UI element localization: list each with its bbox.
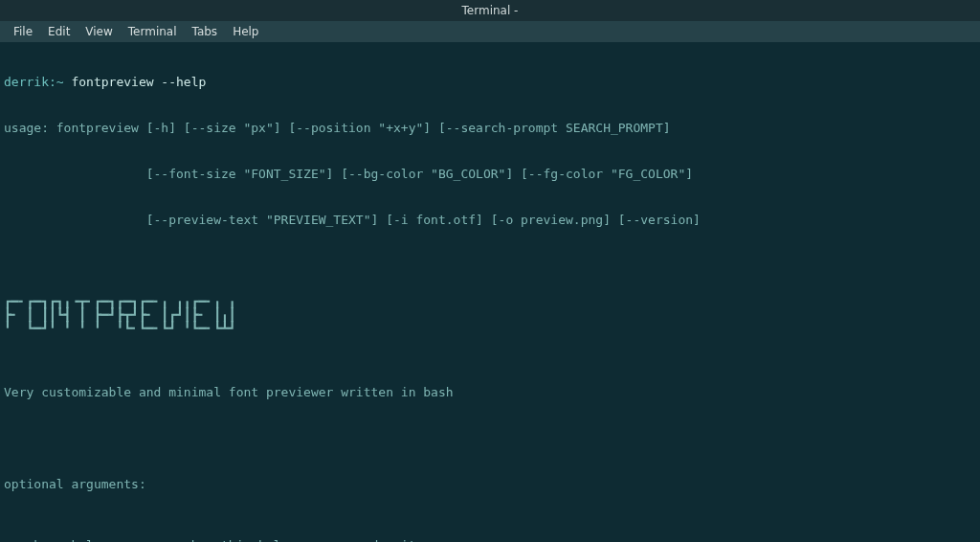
menu-edit[interactable]: Edit <box>40 21 78 42</box>
prompt-command: fontpreview --help <box>71 75 206 89</box>
prompt-tilde: ~ <box>56 75 64 89</box>
ascii-art-logo: ┏━╸┏━┓┏┓╻╺┳╸┏━┓┏━┓┏━╸╻ ╻╻┏━╸╻ ╻ ┣╸ ┃ ┃┃┗… <box>4 282 976 335</box>
window-titlebar: Terminal - <box>0 0 980 21</box>
options-header: optional arguments: <box>4 477 976 492</box>
prompt-host: derrik: <box>4 75 56 89</box>
menu-help[interactable]: Help <box>225 21 266 42</box>
menu-file[interactable]: File <box>6 21 40 42</box>
prompt-line-1: derrik:~ fontpreview --help <box>4 75 976 90</box>
menu-bar: File Edit View Terminal Tabs Help <box>0 21 980 42</box>
menu-view[interactable]: View <box>78 21 120 42</box>
menu-terminal[interactable]: Terminal <box>121 21 185 42</box>
window-title: Terminal - <box>462 4 519 17</box>
option-row: -h, --help show this help message and ex… <box>4 538 976 542</box>
usage-line-1: usage: fontpreview [-h] [--size "px"] [-… <box>4 121 976 136</box>
description: Very customizable and minimal font previ… <box>4 385 976 400</box>
terminal-output[interactable]: derrik:~ fontpreview --help usage: fontp… <box>0 42 980 542</box>
menu-tabs[interactable]: Tabs <box>185 21 226 42</box>
usage-line-2: [--font-size "FONT_SIZE"] [--bg-color "B… <box>4 167 976 182</box>
blank-1 <box>4 431 976 446</box>
usage-line-3: [--preview-text "PREVIEW_TEXT"] [-i font… <box>4 213 976 228</box>
